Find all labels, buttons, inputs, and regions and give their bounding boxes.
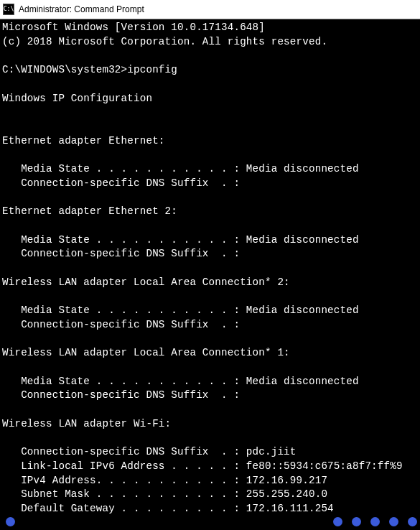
dot-icon	[389, 517, 398, 526]
dot-icon	[352, 517, 361, 526]
copyright-line: (c) 2018 Microsoft Corporation. All righ…	[2, 36, 327, 47]
dot-icon	[333, 517, 342, 526]
cmd-icon: C:\	[3, 4, 14, 15]
decorative-dots-left	[6, 517, 15, 526]
adapter-line: Connection-specific DNS Suffix . :	[2, 248, 240, 259]
dot-icon	[408, 517, 417, 526]
adapter-line: Subnet Mask . . . . . . . . . . . : 255.…	[2, 488, 327, 500]
ipconfig-header: Windows IP Configuration	[2, 93, 152, 104]
command-prompt-line: C:\WINDOWS\system32>ipconfig	[2, 64, 177, 75]
cmd-icon-text: C:\	[4, 6, 14, 12]
adapter-line: Connection-specific DNS Suffix . :	[2, 319, 240, 330]
adapter-line: IPv4 Address. . . . . . . . . . . : 172.…	[2, 475, 327, 486]
adapter-line: Default Gateway . . . . . . . . . : 172.…	[2, 503, 334, 514]
adapter-title: Ethernet adapter Ethernet:	[2, 135, 165, 147]
adapter-title: Wireless LAN adapter Local Area Connecti…	[2, 347, 290, 358]
decorative-dots-right	[333, 517, 417, 526]
terminal-output[interactable]: Microsoft Windows [Version 10.0.17134.64…	[0, 19, 420, 530]
adapter-title: Wireless LAN adapter Wi-Fi:	[2, 418, 171, 429]
adapter-line: Link-local IPv6 Address . . . . . : fe80…	[2, 460, 403, 472]
window-title: Administrator: Command Prompt	[19, 4, 144, 14]
adapter-title: Ethernet adapter Ethernet 2:	[2, 205, 177, 217]
dot-icon	[6, 517, 15, 526]
adapter-line: Media State . . . . . . . . . . . : Medi…	[2, 376, 359, 387]
os-version-line: Microsoft Windows [Version 10.0.17134.64…	[2, 22, 265, 33]
dot-icon	[370, 517, 380, 526]
adapter-line: Media State . . . . . . . . . . . : Medi…	[2, 304, 359, 316]
adapter-line: Connection-specific DNS Suffix . : pdc.j…	[2, 446, 297, 457]
adapter-line: Media State . . . . . . . . . . . : Medi…	[2, 234, 359, 246]
adapter-line: Connection-specific DNS Suffix . :	[2, 389, 240, 401]
adapter-line: Connection-specific DNS Suffix . :	[2, 177, 240, 189]
adapter-title: Wireless LAN adapter Local Area Connecti…	[2, 276, 290, 288]
window-titlebar[interactable]: C:\ Administrator: Command Prompt	[0, 0, 420, 19]
adapter-line: Media State . . . . . . . . . . . : Medi…	[2, 163, 359, 175]
